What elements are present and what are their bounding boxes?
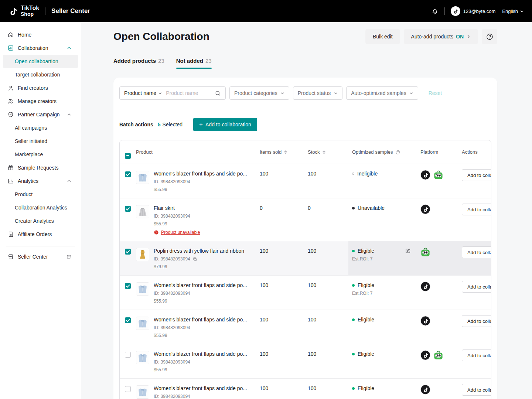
sidebar-item-find-creators[interactable]: Find creators	[0, 81, 81, 95]
row-checkbox[interactable]	[125, 317, 131, 323]
table-body: Women's blazer front flaps and side po..…	[120, 164, 491, 399]
product-status-dropdown[interactable]: Product status	[293, 86, 343, 100]
table-row: Women's blazer front flaps and side po..…	[120, 344, 491, 379]
status-ineligible: Ineligible	[352, 171, 378, 192]
row-checkbox[interactable]	[125, 206, 131, 212]
add-to-collaboration-button[interactable]: + Add to collaboration	[193, 118, 257, 131]
product-name[interactable]: Poplin dress with yellow flair and ribbo…	[154, 248, 244, 254]
question-icon[interactable]	[395, 150, 400, 155]
items-sold-value: 100	[256, 276, 304, 310]
row-checkbox[interactable]	[125, 283, 131, 289]
divider	[119, 108, 491, 108]
status-dot	[352, 353, 355, 355]
status-label: Eligible	[358, 385, 374, 391]
search-icon[interactable]	[215, 90, 221, 96]
add-to-collaboration-row-button[interactable]: Add to collaboration	[462, 315, 491, 327]
error-icon	[154, 230, 159, 235]
product-name[interactable]: Women's blazer front flaps and side po..…	[154, 171, 247, 177]
language-selector[interactable]: English	[502, 8, 524, 14]
row-checkbox[interactable]	[125, 386, 131, 392]
auto-add-products-button[interactable]: Auto-add products ON	[404, 29, 478, 44]
seller-center-title: Seller Center	[51, 7, 90, 15]
row-checkbox[interactable]	[125, 249, 131, 255]
sidebar-item-label: Seller Center	[18, 254, 48, 260]
sidebar-item-seller-initiated[interactable]: Seller initiated	[0, 134, 81, 148]
sort-items-sold-icon[interactable]	[284, 150, 287, 154]
table-row: Poplin dress with yellow flair and ribbo…	[120, 241, 491, 276]
product-name[interactable]: Flair skirt	[154, 205, 200, 211]
status-dot	[352, 207, 355, 209]
status-eligible: EligibleEst.ROI: 7	[352, 282, 374, 304]
bell-icon[interactable]	[431, 7, 439, 15]
sidebar-item-creator-analytics[interactable]: Creator Analytics	[0, 214, 81, 228]
table-row: Women's blazer front flaps and side po..…	[120, 276, 491, 310]
sidebar-item-label: Affiliate Orders	[18, 231, 52, 237]
items-sold-value: 100	[256, 310, 304, 344]
sidebar-item-collaboration[interactable]: Collaboration	[0, 41, 81, 55]
sidebar-item-affiliate-orders[interactable]: Affiliate Orders	[0, 228, 81, 241]
add-to-collaboration-row-button[interactable]: Add to collaboration	[462, 246, 491, 258]
copy-icon[interactable]	[192, 257, 197, 262]
tiktok-shop-logo[interactable]: TikTok Shop	[8, 5, 39, 17]
sidebar-item-partner-campaign[interactable]: Partner Campaign	[0, 108, 81, 121]
add-to-collaboration-row-button[interactable]: Add to collaboration	[462, 169, 491, 181]
tiktok-platform-icon	[420, 204, 430, 214]
product-price: $79.99	[154, 264, 244, 269]
stock-value: 100	[304, 344, 348, 378]
product-name[interactable]: Women's blazer front flaps and side po..…	[154, 282, 247, 288]
status-dot	[352, 250, 355, 252]
account-avatar[interactable]	[451, 6, 460, 16]
edit-icon[interactable]	[405, 248, 411, 254]
product-id: ID: 398482093094	[154, 179, 247, 184]
product-categories-dropdown[interactable]: Product categories	[229, 86, 289, 100]
status-label: Ineligible	[357, 171, 378, 177]
add-to-collaboration-row-button[interactable]: Add to collaboration	[462, 384, 491, 396]
reset-button[interactable]: Reset	[429, 90, 442, 96]
sidebar: HomeCollaborationOpen collaboartionTarge…	[0, 22, 81, 399]
status-dot	[352, 387, 355, 390]
topbar: TikTok Shop Seller Center 123@byte.com E…	[0, 0, 532, 22]
product-name[interactable]: Women's blazer front flaps and side po..…	[154, 317, 247, 323]
sidebar-item-seller-center[interactable]: Seller Center	[0, 250, 81, 263]
status-label: Unavailable	[358, 205, 385, 211]
status-eligible: Eligible	[352, 385, 374, 399]
chevron-down-icon	[158, 91, 162, 95]
sort-stock-icon[interactable]	[323, 150, 325, 154]
sidebar-item-home[interactable]: Home	[0, 28, 81, 41]
help-button[interactable]	[482, 29, 497, 44]
product-name[interactable]: Women's blazer front flaps and side po..…	[154, 351, 247, 357]
sidebar-item-open-collaboartion[interactable]: Open collaboartion	[3, 55, 78, 68]
sidebar-item-all-campaigns[interactable]: All campaigns	[0, 121, 81, 134]
page-title: Open Collaboration	[113, 31, 209, 42]
auto-optimized-samples-dropdown[interactable]: Auto-optimized samples	[346, 86, 418, 100]
sidebar-item-marketplace[interactable]: Marketplace	[0, 148, 81, 161]
sidebar-item-product[interactable]: Product	[0, 188, 81, 201]
chevron-down-icon	[334, 91, 338, 95]
product-id: ID: 398482093094	[154, 291, 247, 296]
tokopedia-platform-icon	[433, 350, 443, 360]
product-name[interactable]: Women's blazer front flaps and side po..…	[154, 385, 247, 391]
row-checkbox[interactable]	[125, 171, 131, 177]
search-type-select[interactable]: Product name	[124, 90, 162, 96]
product-error: Product unavailable	[154, 230, 200, 235]
product-price: $55.99	[154, 367, 247, 372]
sidebar-item-analytics[interactable]: Analytics	[0, 174, 81, 188]
select-all-checkbox[interactable]	[125, 153, 131, 159]
sidebar-item-collaboration-analytics[interactable]: Collaboration Analytics	[0, 201, 81, 214]
add-to-collaboration-row-button[interactable]: Add to collaboration	[462, 204, 491, 215]
add-to-collaboration-row-button[interactable]: Add to collaboration	[462, 349, 491, 361]
bulk-edit-button[interactable]: Bulk edit	[365, 29, 400, 44]
tab-not-added[interactable]: Not added 23	[176, 58, 212, 69]
sidebar-item-manage-creators[interactable]: Manage creators	[0, 95, 81, 108]
add-to-collaboration-row-button[interactable]: Add to collaboration	[462, 281, 491, 293]
items-sold-value: 100	[256, 241, 304, 275]
est-roi: Est.ROI: 7	[352, 256, 374, 262]
sidebar-item-target-collaboration[interactable]: Target collaboration	[0, 68, 81, 81]
tab-added-products[interactable]: Added products 23	[113, 58, 164, 69]
row-checkbox[interactable]	[125, 352, 131, 358]
sidebar-item-sample-requests[interactable]: Sample Requests	[0, 161, 81, 174]
product-price: $55.99	[154, 221, 200, 226]
search-input[interactable]	[166, 90, 215, 96]
tab-count: 23	[158, 58, 164, 64]
tiktok-platform-icon	[420, 316, 430, 326]
